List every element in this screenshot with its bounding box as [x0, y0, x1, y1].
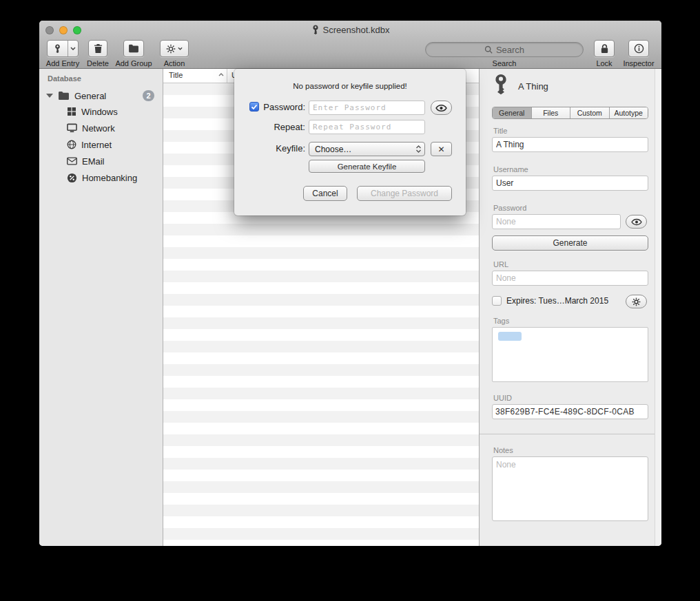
expires-label: Expires: Tues…March 2015 [506, 296, 608, 306]
sidebar-item-email[interactable]: EMail [39, 154, 163, 169]
trash-icon [94, 43, 103, 54]
sidebar-item-label: Network [82, 123, 115, 134]
window-title: Screenshot.kdbx [323, 25, 390, 35]
expires-checkbox[interactable] [492, 296, 502, 306]
cancel-button[interactable]: Cancel [303, 186, 347, 201]
search-icon [484, 45, 493, 54]
sidebar-item-internet[interactable]: Internet [39, 137, 163, 152]
sidebar-item-label: Windows [81, 107, 118, 117]
stepper-arrows-icon [415, 145, 422, 154]
tab-autotype[interactable]: Autotype [609, 107, 648, 118]
action-label: Action [164, 59, 185, 67]
add-group-button[interactable]: Add Group [112, 40, 155, 67]
change-password-button-label: Change Password [371, 189, 438, 198]
lock-icon [600, 43, 609, 54]
password-checkbox[interactable] [249, 102, 259, 112]
app-window: Screenshot.kdbx Add Entry [39, 21, 661, 546]
globe-icon [67, 140, 76, 149]
password-reveal-button[interactable] [431, 101, 452, 115]
sidebar: Database General 2 Windows Network [39, 69, 163, 546]
username-input[interactable] [492, 176, 648, 191]
url-input[interactable] [492, 271, 648, 286]
generate-button[interactable]: Generate [492, 235, 648, 251]
keyfile-popup-value: Choose… [315, 145, 351, 154]
cancel-button-label: Cancel [312, 189, 338, 198]
inspector-scrollbar[interactable] [655, 69, 661, 546]
title-label: Title [493, 127, 507, 135]
delete-button[interactable]: Delete [83, 40, 112, 67]
sidebar-item-homebanking[interactable]: Homebanking [39, 170, 163, 185]
change-password-button[interactable]: Change Password [357, 186, 452, 201]
inspector-divider [480, 434, 661, 434]
search-placeholder: Search [496, 45, 524, 55]
tags-label: Tags [493, 317, 509, 325]
change-password-dialog: No password or keyfile supplied! Passwor… [234, 69, 466, 215]
percent-coin-icon [67, 173, 77, 183]
generate-keyfile-button[interactable]: Generate Keyfile [309, 160, 425, 173]
disclosure-triangle-icon[interactable] [46, 94, 53, 98]
titlebar: Screenshot.kdbx [39, 21, 661, 39]
sidebar-item-windows[interactable]: Windows [39, 104, 163, 119]
inspector-button[interactable]: Inspector [619, 40, 659, 67]
tab-files[interactable]: Files [531, 107, 570, 118]
monitor-icon [67, 123, 77, 133]
screen: { "window": { "title": "Screenshot.kdbx"… [0, 0, 700, 601]
close-x-icon: ✕ [438, 145, 444, 154]
group-count-badge: 2 [143, 90, 154, 101]
folder-plus-icon [128, 44, 139, 53]
gear-icon [632, 297, 641, 306]
password-reveal-button[interactable] [626, 215, 647, 229]
chevron-down-icon[interactable] [68, 47, 78, 50]
delete-label: Delete [87, 59, 109, 67]
password-input[interactable] [309, 101, 425, 115]
uuid-label: UUID [493, 394, 512, 402]
eye-icon [631, 218, 642, 226]
add-entry-button[interactable]: Add Entry [42, 40, 83, 67]
info-icon [634, 43, 644, 54]
lock-label: Lock [596, 59, 612, 67]
title-input[interactable] [492, 137, 648, 152]
notes-textarea[interactable] [492, 456, 648, 521]
window-chrome: Screenshot.kdbx Add Entry [39, 21, 661, 69]
add-entry-key-icon [48, 43, 68, 54]
tags-field[interactable] [492, 327, 648, 382]
column-header-title[interactable]: Title [169, 71, 183, 79]
sidebar-item-label: EMail [82, 156, 105, 167]
search-toolbar-label: Search [425, 59, 584, 67]
envelope-icon [67, 157, 77, 165]
add-group-label: Add Group [115, 59, 152, 67]
sidebar-item-label: Internet [81, 140, 112, 150]
add-entry-label: Add Entry [46, 59, 79, 67]
document-key-icon [311, 25, 320, 34]
sidebar-item-label: General [74, 91, 106, 101]
uuid-input[interactable] [492, 404, 648, 419]
repeat-label: Repeat: [262, 122, 305, 132]
repeat-input[interactable] [309, 120, 425, 134]
chevron-down-icon [178, 47, 183, 50]
keyfile-clear-button[interactable]: ✕ [431, 142, 452, 156]
folder-icon [58, 91, 70, 101]
inspector-panel: A Thing General Files Custom Autotype Ti… [479, 69, 661, 546]
entry-title: A Thing [518, 81, 548, 92]
windows-icon [67, 107, 76, 116]
dialog-message: No password or keyfile supplied! [234, 82, 466, 90]
expires-settings-button[interactable] [626, 295, 647, 308]
url-label: URL [493, 260, 508, 268]
sidebar-item-network[interactable]: Network [39, 120, 163, 136]
tag-chip[interactable] [498, 332, 522, 341]
action-button[interactable]: Action [155, 40, 194, 67]
generate-button-label: Generate [553, 238, 587, 248]
username-label: Username [493, 165, 528, 173]
check-icon [251, 104, 258, 110]
search-input[interactable]: Search [425, 42, 584, 57]
desktop-background: Screenshot.kdbx Add Entry [0, 0, 700, 601]
sidebar-section-header: Database [48, 74, 81, 83]
sidebar-item-general[interactable]: General 2 [39, 88, 163, 103]
inspector-label: Inspector [623, 59, 654, 67]
password-input[interactable] [492, 214, 621, 229]
sort-ascending-icon [218, 73, 224, 76]
tab-custom[interactable]: Custom [570, 107, 609, 118]
keyfile-popup[interactable]: Choose… [309, 142, 425, 156]
generate-keyfile-label: Generate Keyfile [338, 162, 397, 171]
tab-general[interactable]: General [493, 107, 531, 118]
